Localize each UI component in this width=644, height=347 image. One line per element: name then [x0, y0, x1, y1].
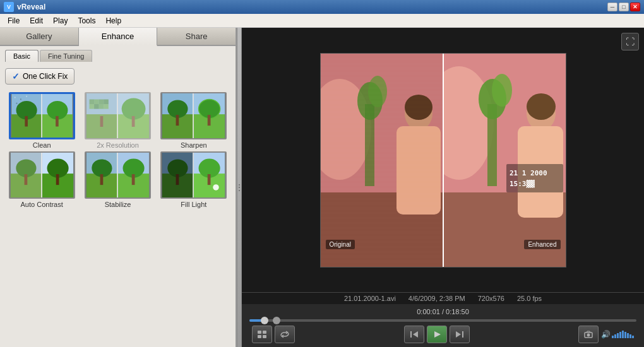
- layout-button[interactable]: [252, 326, 272, 343]
- menu-play[interactable]: Play: [48, 15, 73, 26]
- titlebar-left: V vReveal: [4, 2, 45, 12]
- seek-bar-container: [249, 319, 636, 322]
- filter-sharpen-thumb[interactable]: [160, 92, 227, 139]
- filter-fill-light-label: Fill Light: [181, 201, 206, 208]
- vol-bar-9: [632, 336, 634, 338]
- svg-rect-20: [104, 99, 109, 104]
- svg-marker-98: [413, 331, 418, 338]
- svg-rect-7: [25, 116, 28, 127]
- svg-rect-97: [410, 331, 412, 338]
- svg-point-103: [587, 334, 590, 337]
- svg-rect-51: [100, 174, 104, 185]
- vol-bar-3: [617, 333, 619, 338]
- snapshot-button[interactable]: [578, 326, 599, 343]
- right-panel: ⛶: [242, 28, 644, 347]
- filter-auto-contrast-label: Auto Contrast: [21, 201, 63, 208]
- menu-tools[interactable]: Tools: [73, 15, 100, 26]
- vol-bar-8: [629, 334, 631, 338]
- sub-tab-basic[interactable]: Basic: [5, 50, 39, 62]
- svg-point-65: [213, 184, 219, 190]
- play-button[interactable]: [427, 326, 447, 343]
- file-resolution: 720x576: [478, 295, 504, 302]
- controls-bar: 0:00:01 / 0:18:50: [242, 304, 644, 347]
- filter-auto-contrast[interactable]: Auto Contrast: [5, 151, 78, 208]
- svg-text:21   1 2000: 21 1 2000: [510, 169, 547, 177]
- svg-rect-93: [258, 331, 261, 334]
- svg-point-89: [527, 93, 556, 120]
- svg-rect-46: [56, 174, 59, 185]
- svg-rect-11: [56, 116, 59, 127]
- skip-fwd-button[interactable]: [450, 326, 470, 343]
- file-info-bar: 21.01.2000-1.avi 4/6/2009, 2:38 PM 720x5…: [242, 292, 644, 304]
- svg-rect-2: [14, 97, 15, 98]
- volume-icon: 🔊: [601, 330, 611, 339]
- vol-bar-2: [614, 334, 616, 338]
- one-click-fix-button[interactable]: ✓ One Click Fix: [5, 68, 75, 85]
- seek-handle-right[interactable]: [273, 317, 280, 324]
- svg-rect-42: [24, 174, 27, 185]
- filter-fill-light-thumb[interactable]: [160, 151, 227, 199]
- panel-divider[interactable]: [237, 28, 242, 347]
- svg-rect-19: [99, 99, 104, 104]
- svg-point-86: [492, 74, 512, 107]
- filter-grid: Clean: [5, 92, 230, 208]
- video-area: ⛶: [242, 28, 644, 292]
- filter-auto-contrast-thumb[interactable]: [9, 151, 75, 199]
- vol-bar-5: [622, 331, 624, 338]
- volume-area: 🔊: [601, 330, 634, 339]
- app-title: vReveal: [17, 3, 45, 11]
- filter-clean[interactable]: Clean: [5, 92, 78, 149]
- sub-tab-row: Basic Fine Tuning: [0, 46, 236, 62]
- filter-resolution-thumb[interactable]: [85, 92, 151, 139]
- tab-share[interactable]: Share: [157, 28, 236, 45]
- minimize-button[interactable]: ─: [607, 3, 617, 11]
- svg-rect-5: [16, 103, 17, 104]
- tab-gallery[interactable]: Gallery: [0, 28, 79, 45]
- file-fps: 25.0 fps: [517, 295, 542, 302]
- svg-rect-90: [506, 164, 563, 192]
- sub-tab-fine-tuning[interactable]: Fine Tuning: [40, 50, 92, 62]
- app-icon: V: [4, 2, 14, 12]
- filter-stabilize-thumb[interactable]: [85, 151, 151, 199]
- vol-bar-6: [624, 332, 626, 338]
- repeat-button[interactable]: [275, 326, 295, 343]
- one-click-fix-label: One Click Fix: [23, 72, 68, 81]
- menu-file[interactable]: File: [3, 15, 25, 26]
- svg-rect-17: [90, 104, 95, 109]
- panel-content: ✓ One Click Fix: [0, 62, 236, 347]
- maximize-button[interactable]: □: [619, 3, 629, 11]
- volume-bars: [612, 331, 634, 338]
- vol-bar-1: [612, 336, 614, 338]
- filter-fill-light[interactable]: Fill Light: [157, 151, 230, 208]
- svg-rect-22: [104, 104, 109, 109]
- titlebar: V vReveal ─ □ ✕: [0, 0, 644, 14]
- right-controls: 🔊: [578, 326, 634, 343]
- vol-bar-7: [627, 333, 629, 338]
- time-display: 0:00:01 / 0:18:50: [249, 308, 636, 315]
- filter-stabilize[interactable]: Stabilize: [81, 151, 154, 208]
- seek-handle[interactable]: [261, 317, 268, 324]
- svg-rect-37: [208, 115, 211, 126]
- filter-sharpen-label: Sharpen: [181, 141, 207, 149]
- svg-rect-78: [321, 54, 443, 267]
- seek-bar[interactable]: [249, 319, 636, 322]
- fullscreen-button[interactable]: ⛶: [621, 33, 639, 50]
- menu-edit[interactable]: Edit: [25, 15, 48, 26]
- filter-resolution[interactable]: 2x Resolution: [81, 92, 154, 149]
- left-panel: Gallery Enhance Share Basic Fine Tuning …: [0, 28, 237, 347]
- vol-bar-4: [619, 332, 621, 338]
- svg-rect-4: [26, 96, 27, 97]
- svg-rect-94: [263, 331, 266, 334]
- menu-help[interactable]: Help: [100, 15, 126, 26]
- svg-rect-18: [94, 104, 99, 109]
- tab-enhance[interactable]: Enhance: [79, 28, 158, 46]
- svg-rect-100: [462, 331, 463, 338]
- filter-sharpen[interactable]: Sharpen: [157, 92, 230, 149]
- filter-stabilize-label: Stabilize: [105, 201, 131, 208]
- close-button[interactable]: ✕: [630, 3, 640, 11]
- svg-rect-21: [99, 104, 104, 109]
- svg-marker-101: [456, 331, 461, 338]
- skip-back-button[interactable]: [404, 326, 424, 343]
- filter-clean-thumb[interactable]: [9, 92, 75, 139]
- left-controls: [252, 326, 295, 343]
